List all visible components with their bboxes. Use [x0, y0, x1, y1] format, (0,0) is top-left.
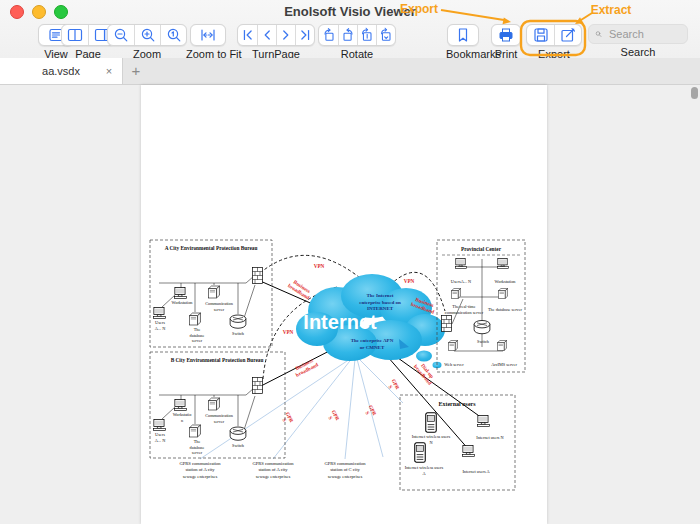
zoom-out-button[interactable]: [108, 25, 134, 45]
firewall-icon: [253, 268, 263, 284]
workstation-label: Workstation: [495, 279, 517, 284]
gprs-label: GPRS: [279, 411, 295, 426]
cloud-label: Internet: [303, 311, 377, 333]
extract-icon: [559, 26, 577, 44]
users-label: UsersA... N: [451, 279, 471, 284]
b-city-box: B City Environmental Protection Bureau: [150, 352, 285, 458]
realtime-server-label: The real-timecommunication server: [445, 304, 484, 315]
rotate-right-button[interactable]: [338, 25, 357, 45]
db-server-label: Thedatabaseserver: [190, 439, 205, 455]
rotate-up-icon: [359, 27, 375, 43]
search-field[interactable]: [588, 24, 688, 44]
page-two-up-button[interactable]: [62, 25, 88, 45]
comm-server-label: Communicationserver: [205, 301, 234, 312]
comm-server-icon: [208, 398, 219, 410]
wireless-users-a-label: Internet wireless usersA: [405, 465, 444, 476]
save-icon: [532, 26, 550, 44]
provincial-title: Provincial Center: [461, 246, 502, 252]
vertical-scrollbar-thumb[interactable]: [691, 87, 698, 99]
gprs-label: GPRS: [325, 409, 341, 424]
internet-users-n-label: Internet users N: [476, 435, 503, 440]
rotate-right-icon: [340, 27, 356, 43]
station-label: GPRS communicationstation of A citysewag…: [252, 461, 294, 479]
rotate-left-button[interactable]: [319, 25, 338, 45]
a-city-box: A City Environmental Protection Bureau: [150, 240, 272, 347]
toolbar: View Page: [0, 22, 700, 58]
workstation-label: Workstation: [173, 412, 192, 423]
rotate-up-button[interactable]: [357, 25, 376, 45]
bookmarks-button[interactable]: [447, 24, 479, 46]
rotate-down-button[interactable]: [376, 25, 395, 45]
business-broadband-label: Businessbroadband: [292, 356, 319, 378]
zoom-actual-icon: [165, 26, 183, 44]
printer-icon: [497, 26, 515, 44]
provincial-box: Provincial Center: [437, 240, 525, 372]
web-server-label: Web server: [444, 362, 464, 367]
users-icon: [154, 308, 166, 319]
first-page-button[interactable]: [238, 25, 257, 45]
toolbar-group-fit: Zoom to Fit: [186, 24, 230, 60]
visio-diagram: Internet The Internetenterprise based on…: [141, 85, 547, 524]
web-server-icon: [448, 341, 457, 351]
users-label: UsersA... N: [155, 320, 166, 331]
tab-title: aa.vsdx: [42, 65, 80, 77]
window-title: Enolsoft Visio Viewer: [0, 4, 700, 19]
print-button[interactable]: [491, 24, 521, 46]
switch-icon: [474, 320, 490, 333]
last-page-button[interactable]: [295, 25, 314, 45]
app-window: Enolsoft Visio Viewer View Page: [0, 0, 700, 524]
new-tab-button[interactable]: +: [124, 58, 148, 84]
switch-label: Switch: [477, 339, 490, 344]
workstation-icon: [175, 288, 187, 299]
zoom-in-icon: [139, 26, 157, 44]
next-page-icon: [278, 27, 294, 43]
gprs-label: GPRS: [385, 378, 401, 393]
external-users-title: External users: [438, 401, 476, 407]
tab-aa-vsdx[interactable]: aa.vsdx ×: [0, 58, 123, 84]
switch-icon: [230, 315, 246, 328]
db-server-label: Thedatabaseserver: [190, 327, 205, 343]
station-label: GPRS communicationstation of C citysewag…: [324, 461, 366, 479]
vpn-label: VPN: [404, 278, 415, 284]
station-label: GPRS communicationstation of A citysewag…: [179, 461, 221, 479]
toolbar-group-rotate: Rotate: [319, 24, 395, 60]
window-header: Enolsoft Visio Viewer View Page: [0, 0, 700, 59]
prev-page-button[interactable]: [257, 25, 276, 45]
zoom-to-fit-icon: [199, 26, 217, 44]
zoom-to-fit-button[interactable]: [190, 24, 226, 46]
document-page: Internet The Internetenterprise based on…: [141, 85, 547, 524]
zoom-out-icon: [112, 26, 130, 44]
comm-server-label: Communicationserver: [205, 413, 234, 424]
b-city-title: B City Environmental Protection Bureau: [171, 357, 264, 363]
vpn-label: VPN: [283, 329, 294, 335]
firewall-icon: [253, 378, 263, 394]
workstation-label: Workstation: [172, 300, 194, 305]
users-icon: [456, 259, 467, 269]
next-page-button[interactable]: [276, 25, 295, 45]
toolbar-group-export: Export: [527, 24, 581, 60]
external-users-box: External users Internet wireless usersN …: [400, 395, 515, 490]
a-city-title: A City Environmental Protection Bureau: [165, 245, 258, 251]
zoom-in-button[interactable]: [134, 25, 160, 45]
search-input[interactable]: [607, 27, 681, 41]
realtime-server-icon: [451, 289, 460, 299]
first-page-icon: [240, 27, 256, 43]
export-extract-button[interactable]: [554, 25, 581, 45]
bookmark-icon: [454, 26, 472, 44]
tab-close-icon[interactable]: ×: [102, 64, 116, 78]
db-server-icon: [189, 425, 200, 437]
tab-bar: aa.vsdx × +: [0, 58, 700, 85]
db-server-label: The database server: [488, 307, 523, 312]
switch-icon: [230, 427, 246, 440]
last-page-icon: [297, 27, 313, 43]
db-server-icon: [189, 313, 200, 325]
vpn-label: VPN: [314, 263, 325, 269]
internet-user-icon: [463, 446, 475, 457]
toolbar-group-turnpage: TurnPage: [238, 24, 314, 60]
switch-label: Switch: [232, 443, 245, 448]
export-save-button[interactable]: [527, 25, 554, 45]
zoom-actual-button[interactable]: [160, 25, 186, 45]
rotate-left-icon: [321, 27, 337, 43]
db-server-icon: [498, 289, 507, 299]
users-icon: [154, 420, 166, 431]
